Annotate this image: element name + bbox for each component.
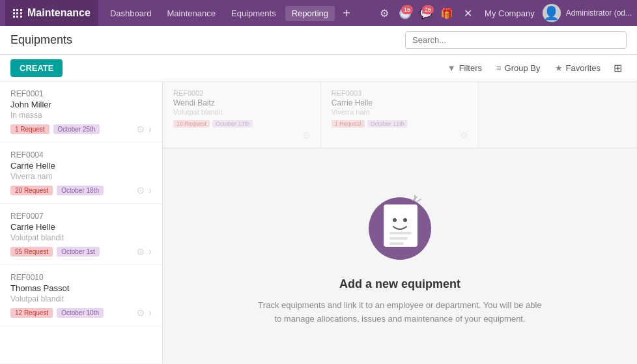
item-desc: Volutpat blandit — [10, 233, 152, 242]
favorites-button[interactable]: ★ Favorites — [548, 60, 607, 76]
arrow-icon: › — [149, 185, 152, 195]
item-ref: REF0007 — [10, 212, 152, 221]
nav-logo[interactable]: Maintenance — [5, 0, 98, 26]
list-item[interactable]: REF0010 Thomas Passot Volutpat blandit 1… — [0, 265, 162, 326]
card-tag-request: 1 Request — [332, 120, 365, 128]
tag-date: October 10th — [57, 308, 104, 318]
svg-rect-3 — [389, 237, 408, 240]
star-icon: ★ — [555, 63, 563, 73]
item-name: Thomas Passot — [10, 283, 152, 293]
tag-request: 55 Request — [10, 247, 53, 257]
page-title: Equipments — [10, 33, 400, 47]
app-grid-icon — [13, 9, 22, 18]
card-ref: REF0002 — [173, 89, 310, 97]
equipment-card-empty[interactable] — [479, 81, 637, 148]
card-circle-icon: ⊙ — [303, 130, 310, 140]
nav-add-icon[interactable]: + — [337, 4, 356, 22]
action-bar: CREATE ▼ Filters ≡ Group By ★ Favorites … — [0, 55, 637, 81]
item-ref: REF0001 — [10, 89, 152, 98]
right-panel: REF0002 Wendi Baitz Volutpat blandit 10 … — [163, 81, 637, 363]
item-desc: Viverra nam — [10, 172, 152, 181]
circle-icon: ⊙ — [137, 307, 145, 318]
empty-illustration — [361, 186, 439, 264]
top-nav: Maintenance Dashboard Maintenance Equipm… — [0, 0, 637, 26]
app-title: Maintenance — [27, 7, 91, 19]
main-content: REF0001 John Miller In massa 1 Request O… — [0, 81, 637, 363]
groupby-button[interactable]: ≡ Group By — [490, 60, 547, 76]
item-name: Carrie Helle — [10, 222, 152, 232]
toolbar: Equipments — [0, 26, 637, 55]
equipment-card[interactable]: REF0002 Wendi Baitz Volutpat blandit 10 … — [163, 81, 321, 148]
empty-title: Add a new equipment — [339, 277, 460, 291]
settings-icon[interactable]: ⚙ — [375, 4, 393, 22]
arrow-icon: › — [149, 124, 152, 134]
card-tag-request: 10 Request — [173, 120, 210, 128]
nav-item-dashboard[interactable]: Dashboard — [104, 6, 158, 21]
card-name: Carrie Helle — [332, 98, 468, 107]
filter-icon: ▼ — [447, 63, 456, 73]
groupby-label: Group By — [505, 63, 541, 73]
close-icon[interactable]: ✕ — [459, 4, 477, 22]
user-avatar[interactable]: 👤 — [543, 4, 561, 22]
item-desc: In massa — [10, 111, 152, 120]
empty-desc: Track equipments and link it to an emplo… — [257, 299, 543, 326]
svg-rect-4 — [389, 242, 404, 245]
filters-label: Filters — [459, 63, 482, 73]
svg-point-6 — [403, 218, 407, 222]
user-name[interactable]: Administrator (od... — [563, 8, 632, 18]
item-ref: REF0010 — [10, 273, 152, 282]
circle-icon: ⊙ — [137, 246, 145, 257]
circle-icon: ⊙ — [137, 185, 145, 195]
empty-state: Add a new equipment Track equipments and… — [163, 148, 637, 363]
view-toggle-grid[interactable]: ⊞ — [608, 59, 627, 77]
item-name: John Miller — [10, 100, 152, 109]
card-tag-date: October 11th — [367, 120, 408, 128]
gift-icon[interactable]: 🎁 — [438, 4, 456, 22]
list-item[interactable]: REF0004 Carrie Helle Viverra nam 20 Requ… — [0, 143, 162, 204]
clock-icon[interactable]: 🕐 16 — [396, 4, 414, 22]
card-tag-date: October 13th — [212, 120, 253, 128]
favorites-label: Favorites — [566, 63, 601, 73]
filters-button[interactable]: ▼ Filters — [441, 60, 488, 76]
nav-item-reporting[interactable]: Reporting — [285, 6, 335, 21]
item-desc: Volutpat blandit — [10, 294, 152, 303]
circle-icon: ⊙ — [137, 124, 145, 134]
list-item[interactable]: REF0007 Carrie Helle Volutpat blandit 55… — [0, 204, 162, 265]
card-circle-icon: ⊙ — [460, 130, 468, 140]
card-name: Wendi Baitz — [173, 98, 310, 107]
nav-item-equipments[interactable]: Equipments — [225, 6, 283, 21]
card-desc: Viverra nam — [332, 108, 468, 116]
chat-badge: 26 — [422, 5, 434, 14]
tag-date: October 1st — [57, 247, 100, 257]
tag-request: 20 Request — [10, 186, 53, 195]
tag-request: 12 Request — [10, 308, 53, 318]
svg-line-9 — [417, 199, 421, 202]
tag-date: October 18th — [57, 186, 104, 195]
svg-point-5 — [393, 218, 397, 222]
nav-item-maintenance[interactable]: Maintenance — [161, 6, 222, 21]
groupby-icon: ≡ — [496, 63, 502, 73]
svg-rect-1 — [384, 204, 418, 247]
card-ref: REF0003 — [332, 89, 468, 97]
card-desc: Volutpat blandit — [173, 108, 310, 116]
chat-icon[interactable]: 💬 26 — [417, 4, 435, 22]
company-name[interactable]: My Company — [479, 6, 540, 21]
equipment-card[interactable]: REF0003 Carrie Helle Viverra nam 1 Reque… — [321, 81, 479, 148]
arrow-icon: › — [149, 307, 152, 318]
item-name: Carrie Helle — [10, 161, 152, 171]
list-item[interactable]: REF0001 John Miller In massa 1 Request O… — [0, 81, 162, 143]
svg-rect-2 — [389, 232, 412, 234]
create-button[interactable]: CREATE — [10, 59, 63, 77]
cards-area: REF0002 Wendi Baitz Volutpat blandit 10 … — [163, 81, 637, 148]
search-input[interactable] — [405, 31, 627, 49]
clock-badge: 16 — [401, 5, 413, 14]
tag-request: 1 Request — [10, 124, 50, 134]
item-ref: REF0004 — [10, 150, 152, 160]
arrow-icon: › — [149, 246, 152, 257]
tag-date: October 25th — [53, 124, 100, 134]
list-panel: REF0001 John Miller In massa 1 Request O… — [0, 81, 163, 363]
